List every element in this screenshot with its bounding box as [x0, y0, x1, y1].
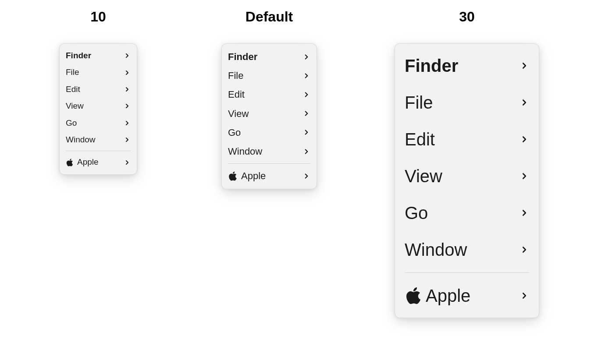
menu-item-window[interactable]: Window — [60, 131, 137, 148]
variant-10: 10 Finder File Edit View Go Window — [59, 9, 137, 175]
chevron-right-icon — [520, 61, 529, 71]
variant-30: 30 Finder File Edit View Go Window — [395, 9, 539, 318]
menu-item-label: Go — [66, 117, 77, 130]
menu-item-view[interactable]: View — [395, 158, 539, 194]
variant-default: Default Finder File Edit View Go Window — [221, 9, 317, 189]
variant-title-30: 30 — [459, 9, 475, 25]
chevron-right-icon — [124, 52, 131, 59]
menu-item-label: Finder — [66, 49, 91, 62]
menu-item-label: Apple — [241, 168, 266, 184]
variant-title-default: Default — [246, 9, 293, 25]
menu-item-label: Window — [66, 133, 96, 146]
menu-item-label: Window — [405, 236, 467, 264]
chevron-right-icon — [124, 136, 131, 143]
menu-item-file[interactable]: File — [395, 84, 539, 121]
chevron-right-icon — [302, 172, 310, 180]
menu-item-label: Apple — [426, 282, 470, 310]
chevron-right-icon — [302, 148, 310, 155]
menu-item-finder[interactable]: Finder — [60, 47, 137, 64]
menu-item-view[interactable]: View — [222, 104, 317, 123]
chevron-right-icon — [520, 134, 529, 144]
chevron-right-icon — [124, 120, 131, 127]
chevron-right-icon — [302, 110, 310, 117]
chevron-right-icon — [520, 98, 529, 107]
menu-panel-default: Finder File Edit View Go Window Apple — [221, 43, 317, 189]
menu-item-label: Edit — [405, 125, 435, 153]
menu-panel-10: Finder File Edit View Go Window Apple — [59, 43, 137, 175]
chevron-right-icon — [124, 102, 131, 110]
menu-item-file[interactable]: File — [60, 64, 137, 81]
menu-item-go[interactable]: Go — [395, 194, 539, 231]
menu-item-label: Finder — [228, 49, 257, 64]
chevron-right-icon — [302, 91, 310, 99]
menu-panel-30: Finder File Edit View Go Window Apple — [395, 43, 539, 318]
menu-item-go[interactable]: Go — [222, 123, 317, 142]
menu-item-label: Go — [405, 199, 428, 227]
menu-item-view[interactable]: View — [60, 98, 137, 114]
menu-item-edit[interactable]: Edit — [395, 121, 539, 158]
menu-item-edit[interactable]: Edit — [222, 85, 317, 104]
chevron-right-icon — [302, 128, 310, 136]
menu-item-window[interactable]: Window — [395, 231, 539, 268]
menu-item-label: File — [405, 88, 433, 117]
apple-logo-icon — [405, 287, 422, 304]
menu-item-label: View — [66, 99, 84, 113]
menu-item-label: Window — [228, 144, 262, 159]
chevron-right-icon — [302, 53, 310, 61]
chevron-right-icon — [520, 171, 529, 181]
menu-item-label: Edit — [228, 87, 245, 102]
menu-item-label: File — [66, 66, 79, 79]
menu-item-label: Edit — [66, 83, 80, 96]
chevron-right-icon — [124, 86, 131, 93]
apple-logo-icon — [66, 159, 74, 166]
menu-item-window[interactable]: Window — [222, 142, 317, 161]
menu-item-label: View — [405, 162, 442, 190]
chevron-right-icon — [520, 245, 529, 254]
menu-item-edit[interactable]: Edit — [60, 81, 137, 98]
menu-separator — [228, 163, 310, 164]
menu-item-file[interactable]: File — [222, 66, 317, 85]
menu-item-go[interactable]: Go — [60, 115, 137, 131]
chevron-right-icon — [520, 208, 529, 218]
menu-separator — [405, 272, 529, 273]
menu-item-label: Apple — [77, 155, 99, 169]
apple-logo-icon — [228, 171, 238, 181]
menu-item-label: File — [228, 68, 243, 83]
variant-title-10: 10 — [90, 9, 106, 25]
menu-item-finder[interactable]: Finder — [222, 47, 317, 66]
menu-item-finder[interactable]: Finder — [395, 47, 539, 84]
chevron-right-icon — [124, 69, 131, 76]
chevron-right-icon — [520, 291, 529, 300]
menu-item-apple[interactable]: Apple — [395, 277, 539, 314]
chevron-right-icon — [302, 72, 310, 80]
chevron-right-icon — [124, 159, 131, 166]
menu-item-label: Go — [228, 125, 241, 140]
menu-item-apple[interactable]: Apple — [60, 154, 137, 170]
menu-separator — [66, 151, 131, 151]
menu-item-label: Finder — [405, 52, 458, 80]
menu-item-apple[interactable]: Apple — [222, 166, 317, 185]
menu-item-label: View — [228, 106, 249, 121]
